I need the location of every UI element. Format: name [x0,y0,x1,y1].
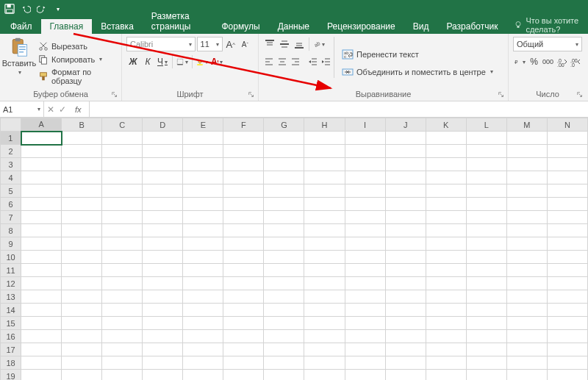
tab-formulas[interactable]: Формулы [212,19,268,34]
cell[interactable] [466,343,506,356]
cell[interactable] [264,304,304,317]
column-header[interactable]: B [62,118,102,132]
cell[interactable] [345,237,385,251]
cell[interactable] [21,304,62,317]
undo-icon[interactable] [21,4,31,14]
cell[interactable] [385,171,426,184]
cell[interactable] [466,132,506,145]
cell[interactable] [183,370,223,381]
comma-style-button[interactable]: 000 [542,54,554,69]
cell[interactable] [102,145,143,158]
cell[interactable] [223,304,264,317]
cell[interactable] [143,317,183,330]
row-header[interactable]: 8 [1,224,21,237]
cell[interactable] [466,211,506,224]
cell[interactable] [183,330,223,343]
cell[interactable] [426,330,466,343]
align-top-button[interactable] [263,37,276,51]
cell[interactable] [21,264,62,277]
cell[interactable] [143,277,183,290]
row-header[interactable]: 19 [1,370,21,381]
cell[interactable] [264,211,304,224]
cell[interactable] [143,370,183,381]
cell[interactable] [506,343,547,356]
cell[interactable] [345,145,385,158]
cell[interactable] [102,132,143,145]
cell[interactable] [62,224,102,237]
cell[interactable] [547,304,587,317]
row-header[interactable]: 2 [1,145,21,158]
row-header[interactable]: 6 [1,198,21,211]
cell[interactable] [264,184,304,198]
cell[interactable] [385,184,426,198]
cell[interactable] [345,158,385,171]
cell[interactable] [223,198,264,211]
column-header[interactable]: L [466,118,506,132]
cell[interactable] [345,277,385,290]
cell[interactable] [304,224,345,237]
cell[interactable] [466,264,506,277]
paste-button[interactable]: Вставить ▾ [4,37,34,89]
cell[interactable] [264,277,304,290]
cell[interactable] [183,264,223,277]
cell[interactable] [426,237,466,251]
row-header[interactable]: 9 [1,237,21,251]
cell[interactable] [506,356,547,370]
cell[interactable] [223,184,264,198]
cell[interactable] [466,184,506,198]
cell[interactable] [62,277,102,290]
cell[interactable] [426,251,466,264]
cell[interactable] [506,370,547,381]
cell[interactable] [223,330,264,343]
cell[interactable] [183,251,223,264]
cell[interactable] [345,304,385,317]
cell[interactable] [264,224,304,237]
cell[interactable] [304,277,345,290]
cell[interactable] [304,317,345,330]
cell[interactable] [102,171,143,184]
cell[interactable] [385,317,426,330]
cell[interactable] [345,356,385,370]
cell[interactable] [62,370,102,381]
cell[interactable] [547,343,587,356]
cell[interactable] [426,356,466,370]
cell[interactable] [183,184,223,198]
row-header[interactable]: 11 [1,264,21,277]
cell[interactable] [547,171,587,184]
cell[interactable] [102,224,143,237]
cell[interactable] [21,330,62,343]
cell[interactable] [102,330,143,343]
cell[interactable] [385,264,426,277]
cell[interactable] [62,198,102,211]
cell[interactable] [223,145,264,158]
cell[interactable] [466,317,506,330]
cell[interactable] [506,317,547,330]
cell[interactable] [223,132,264,145]
cell[interactable] [466,304,506,317]
row-header[interactable]: 13 [1,290,21,304]
cell[interactable] [143,343,183,356]
row-header[interactable]: 14 [1,304,21,317]
worksheet-grid[interactable]: ABCDEFGHIJKLMN12345678910111213141516171… [0,118,588,380]
cell[interactable] [183,317,223,330]
cell[interactable] [506,184,547,198]
increase-indent-button[interactable] [320,54,332,69]
percent-button[interactable]: % [528,54,540,69]
cell[interactable] [62,132,102,145]
cell[interactable] [62,317,102,330]
cell[interactable] [183,132,223,145]
fill-color-button[interactable]: ▾ [196,54,209,69]
cell[interactable] [506,132,547,145]
cell[interactable] [466,290,506,304]
cell[interactable] [102,158,143,171]
decrease-indent-button[interactable] [307,54,319,69]
cell[interactable] [506,171,547,184]
cell[interactable] [264,198,304,211]
cell[interactable] [466,277,506,290]
cell[interactable] [304,330,345,343]
cell[interactable] [62,158,102,171]
name-box[interactable]: A1 ▾ [0,101,44,117]
cell[interactable] [264,343,304,356]
cell[interactable] [223,237,264,251]
font-name-combo[interactable]: Calibri ▾ [126,37,196,51]
